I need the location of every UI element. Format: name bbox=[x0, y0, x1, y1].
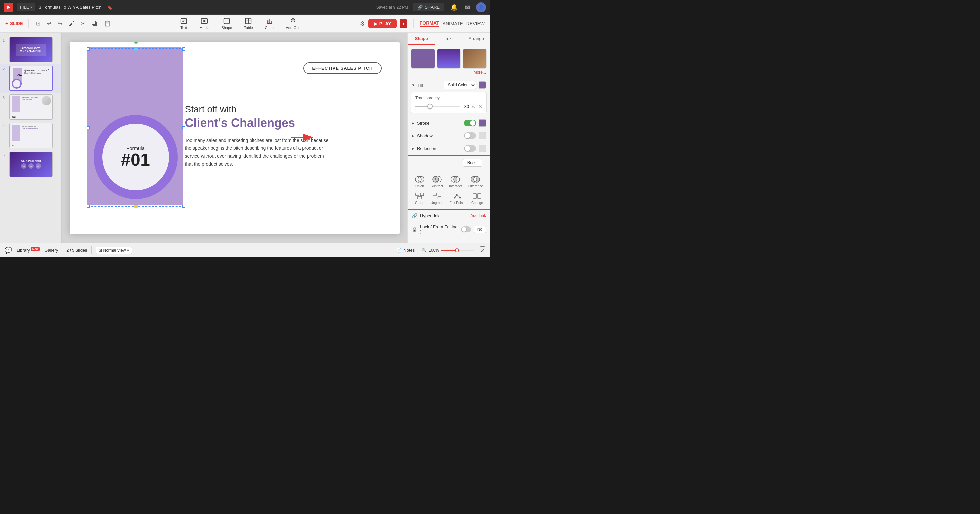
main-area: 1 3 FORMULAS TOWIN A SALES PITCH 2 EFFEC… bbox=[0, 33, 490, 243]
notes-icon: 📄 bbox=[396, 248, 402, 253]
more-swatches-link[interactable]: More... bbox=[408, 68, 490, 76]
tab-arrange[interactable]: Arrange bbox=[463, 33, 490, 45]
chart-tool[interactable]: Chart bbox=[265, 18, 274, 30]
chat-button[interactable]: 💬 bbox=[5, 247, 12, 254]
fill-expand-icon[interactable]: ▼ bbox=[412, 83, 415, 87]
circle-shape: Formula #01 bbox=[94, 115, 178, 199]
ungroup-button[interactable]: Ungroup bbox=[431, 192, 443, 205]
file-menu-button[interactable]: FILE ▾ bbox=[17, 3, 35, 11]
tab-text[interactable]: Text bbox=[435, 33, 462, 45]
rotate-handle[interactable] bbox=[134, 42, 138, 44]
library-button[interactable]: LibraryNew bbox=[17, 247, 40, 253]
zoom-slider[interactable] bbox=[441, 248, 474, 253]
lock-toggle[interactable] bbox=[461, 226, 471, 232]
transparency-clear-button[interactable]: ✕ bbox=[478, 103, 482, 110]
reflection-toggle[interactable] bbox=[464, 145, 476, 152]
play-dropdown-button[interactable]: ▾ bbox=[400, 19, 407, 28]
stroke-toggle[interactable] bbox=[464, 120, 476, 126]
media-tool[interactable]: Media bbox=[199, 18, 209, 30]
slide-item-5[interactable]: 5 WIN A SALES PITCH #01 #02 #03 bbox=[0, 150, 61, 179]
transparency-value: 30 bbox=[462, 104, 469, 109]
svg-rect-28 bbox=[418, 196, 422, 199]
shadow-expand-icon[interactable]: ▶ bbox=[412, 134, 414, 138]
tab-format[interactable]: FORMAT bbox=[420, 20, 439, 27]
slide-num-4: 4 bbox=[3, 123, 7, 128]
swatch-purple-gradient[interactable] bbox=[437, 49, 461, 68]
union-button[interactable]: Union bbox=[415, 175, 425, 188]
svg-rect-29 bbox=[433, 193, 436, 196]
shadow-toggle[interactable] bbox=[464, 132, 476, 139]
swatch-wood[interactable] bbox=[463, 49, 487, 68]
copy-button[interactable]: ⿻ bbox=[90, 19, 99, 28]
cut-button[interactable]: ✂ bbox=[79, 19, 88, 28]
text-tool[interactable]: Text bbox=[180, 18, 187, 30]
swatch-purple-solid[interactable] bbox=[411, 49, 435, 68]
paste-button[interactable]: 📋 bbox=[102, 19, 113, 28]
slider-thumb[interactable] bbox=[427, 103, 433, 109]
slide-item-2[interactable]: 2 EFFECTIVE SALES PITCH Start off with C… bbox=[0, 64, 61, 93]
fill-color-picker[interactable] bbox=[479, 81, 486, 89]
paint-format-button[interactable]: 🖌 bbox=[67, 19, 76, 28]
stroke-color-picker[interactable] bbox=[479, 119, 486, 127]
change-button[interactable]: Change bbox=[471, 192, 483, 205]
ungroup-icon bbox=[432, 192, 442, 200]
zoom-thumb[interactable] bbox=[455, 248, 459, 252]
panel-tabs: Shape Text Arrange bbox=[408, 33, 490, 45]
gallery-button[interactable]: Gallery bbox=[45, 248, 58, 253]
fill-type-select[interactable]: Solid Color Gradient Image bbox=[444, 81, 476, 89]
slide-thumb-4: Describe the solution Your Business Solu… bbox=[10, 123, 52, 148]
reflection-label: Reflection bbox=[417, 146, 461, 151]
file-label: FILE bbox=[20, 5, 29, 10]
view-select[interactable]: ⊡ Normal View ▾ bbox=[95, 247, 132, 254]
avatar[interactable]: 👤 bbox=[476, 2, 486, 12]
svg-point-33 bbox=[459, 197, 461, 199]
union-icon bbox=[415, 175, 425, 183]
transparency-container: Transparency 30 % ✕ bbox=[408, 92, 490, 113]
add-link-button[interactable]: Add Link bbox=[470, 213, 486, 218]
edit-points-button[interactable]: Edit Points bbox=[449, 192, 465, 205]
fullscreen-button[interactable]: ⤢ bbox=[480, 246, 485, 254]
difference-label: Difference bbox=[468, 185, 483, 188]
settings-button[interactable]: ⚙ bbox=[360, 20, 365, 27]
view-label: Normal View bbox=[103, 248, 126, 253]
difference-button[interactable]: Difference bbox=[468, 175, 483, 188]
stroke-expand-icon[interactable]: ▶ bbox=[412, 121, 414, 125]
total-slides: 5 Slides bbox=[72, 248, 87, 253]
reflection-expand-icon[interactable]: ▶ bbox=[412, 146, 414, 150]
shape-tool[interactable]: Shape bbox=[221, 18, 232, 30]
redo-button[interactable]: ↪ bbox=[56, 19, 64, 28]
reflection-row: ▶ Reflection bbox=[408, 142, 490, 155]
slide-layout-button[interactable]: ⊡ bbox=[34, 19, 42, 28]
sub-heading: Client's Challenges bbox=[185, 116, 382, 130]
reset-button[interactable]: Reset bbox=[463, 159, 482, 167]
reflection-color-picker[interactable] bbox=[479, 145, 486, 152]
notes-button[interactable]: 📄 Notes bbox=[396, 248, 415, 253]
slide-item-4[interactable]: 4 Describe the solution Your Business So… bbox=[0, 121, 61, 150]
toolbar-divider-1 bbox=[28, 19, 29, 28]
transparency-label: Transparency bbox=[415, 95, 482, 100]
tab-review[interactable]: REVIEW bbox=[466, 21, 485, 26]
slide-item-1[interactable]: 1 3 FORMULAS TOWIN A SALES PITCH bbox=[0, 35, 61, 64]
intersect-button[interactable]: Intersect bbox=[449, 175, 462, 188]
shadow-color-picker[interactable] bbox=[479, 132, 486, 139]
lock-state-badge[interactable]: No bbox=[474, 226, 486, 233]
tab-animate[interactable]: ANIMATE bbox=[443, 21, 463, 26]
addons-tool[interactable]: Add-Ons bbox=[286, 18, 300, 30]
group-button[interactable]: Group bbox=[415, 192, 425, 205]
add-slide-button[interactable]: + SLIDE bbox=[5, 21, 23, 27]
transparency-slider-container[interactable] bbox=[415, 103, 460, 110]
share-button[interactable]: 🔗 SHARE bbox=[413, 3, 444, 11]
svg-point-25 bbox=[474, 177, 477, 181]
notification-button[interactable]: 🔔 bbox=[449, 2, 459, 12]
play-button[interactable]: ▶ PLAY bbox=[368, 19, 397, 28]
tab-shape[interactable]: Shape bbox=[408, 33, 435, 45]
ops-row-1: Union Subtract Intersect bbox=[408, 173, 490, 190]
mail-button[interactable]: ✉ bbox=[464, 2, 471, 12]
undo-button[interactable]: ↩ bbox=[45, 19, 53, 28]
library-gallery: LibraryNew Gallery bbox=[17, 247, 58, 253]
purple-shape-container[interactable]: Formula #01 bbox=[87, 47, 184, 206]
ops-row-2: Group Ungroup Edit Points bbox=[408, 190, 490, 207]
table-tool[interactable]: Table bbox=[244, 18, 253, 30]
slide-item-3[interactable]: 3 Identify a Connection Your Prospects #… bbox=[0, 93, 61, 121]
subtract-button[interactable]: Subtract bbox=[431, 175, 443, 188]
